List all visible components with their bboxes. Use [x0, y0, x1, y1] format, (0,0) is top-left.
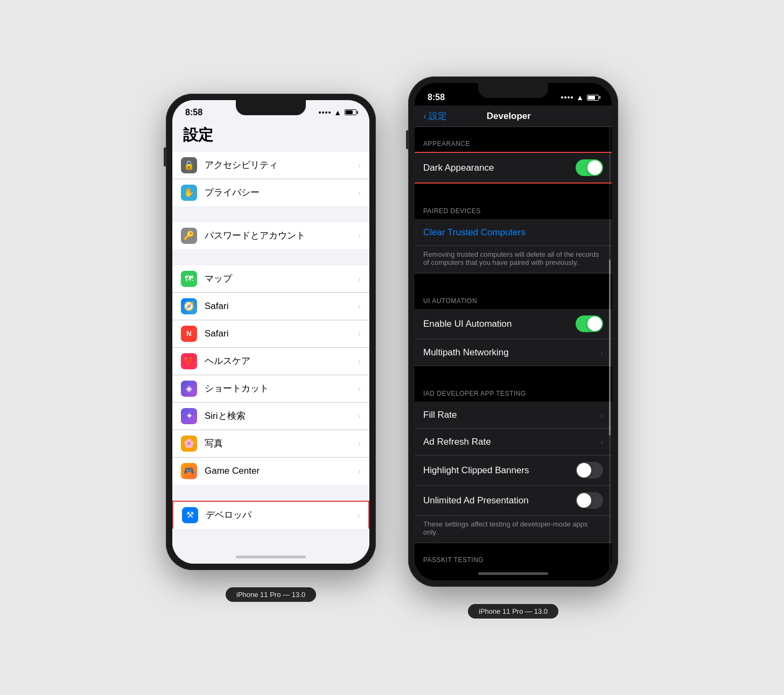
scrollbar-thumb — [609, 259, 611, 436]
chevron-icon: › — [358, 412, 361, 420]
enable-automation-row[interactable]: Enable UI Automation — [415, 309, 612, 339]
settings-row-gamecenter[interactable]: 🎮 Game Center › — [172, 458, 369, 485]
enable-automation-toggle[interactable] — [576, 315, 603, 332]
highlight-clipped-label: Highlight Clipped Banners — [423, 465, 576, 476]
chevron-icon: › — [358, 302, 361, 311]
highlight-clipped-row[interactable]: Highlight Clipped Banners — [415, 455, 612, 486]
settings-row-developer[interactable]: ⚒ デベロッパ › — [172, 501, 369, 529]
settings-title: 設定 — [172, 121, 369, 152]
settings-list: 🔒 アクセシビリティ › ✋ プライバシー › 🔑 パスワードとアカウント — [172, 152, 369, 564]
settings-row-accessibility[interactable]: 🔒 アクセシビリティ › — [172, 152, 369, 179]
notch-right — [478, 83, 548, 98]
chevron-icon: › — [358, 188, 361, 197]
iad-desc: These settings affect testing of develop… — [415, 516, 612, 543]
device-label-left: iPhone 11 Pro — 13.0 — [226, 587, 316, 602]
settings-row-passwords[interactable]: 🔑 パスワードとアカウント › — [172, 222, 369, 249]
shortcuts-icon: ◈ — [181, 381, 197, 397]
settings-row-news[interactable]: N Safari › — [172, 320, 369, 348]
health-icon: ❤️ — [181, 353, 197, 369]
maps-icon: 🗺 — [181, 271, 197, 287]
status-icons-right: ▲ — [561, 93, 599, 102]
privacy-icon: ✋ — [181, 185, 197, 201]
chevron-icon: › — [358, 357, 361, 366]
time-left: 8:58 — [185, 108, 202, 117]
chevron-icon: › — [358, 161, 361, 170]
chevron-icon: › — [358, 467, 361, 475]
clear-trusted-label: Clear Trusted Computers — [423, 227, 526, 238]
chevron-icon: › — [358, 275, 361, 283]
chevron-icon: › — [358, 231, 361, 240]
dark-appearance-toggle[interactable] — [576, 159, 603, 176]
fill-rate-label: Fill Rate — [423, 410, 600, 420]
dark-appearance-label: Dark Appearance — [423, 163, 576, 173]
safari-icon: 🧭 — [181, 298, 197, 314]
battery-right — [587, 95, 599, 101]
news-label: Safari — [205, 328, 358, 339]
ad-refresh-label: Ad Refresh Rate — [423, 437, 600, 447]
nav-title: Developer — [447, 111, 571, 122]
news-icon: N — [181, 326, 197, 342]
enable-automation-label: Enable UI Automation — [423, 319, 576, 329]
section-apps: 🗺 マップ › 🧭 Safari › N Safari › — [172, 265, 369, 485]
dark-appearance-row[interactable]: Dark Appearance — [415, 152, 612, 184]
ad-refresh-row[interactable]: Ad Refresh Rate › — [415, 429, 612, 455]
back-chevron-icon: ‹ — [423, 111, 426, 122]
left-phone: 8:58 ▲ 設定 — [166, 94, 376, 570]
developer-icon: ⚒ — [182, 507, 198, 523]
device-label-right: iPhone 11 Pro — 13.0 — [468, 604, 558, 619]
fill-rate-chevron: › — [600, 411, 603, 419]
scrollbar-track — [609, 127, 611, 568]
section-header-automation: UI AUTOMATION — [415, 289, 612, 309]
wifi-icon-right: ▲ — [576, 93, 584, 102]
developer-content: APPEARANCE Dark Appearance PAIRED DEVICE… — [415, 127, 612, 568]
settings-row-privacy[interactable]: ✋ プライバシー › — [172, 179, 369, 206]
settings-row-shortcuts[interactable]: ◈ ショートカット › — [172, 375, 369, 403]
unlimited-ad-label: Unlimited Ad Presentation — [423, 495, 576, 506]
settings-row-photos[interactable]: 🌸 写真 › — [172, 430, 369, 458]
unlimited-ad-row[interactable]: Unlimited Ad Presentation — [415, 486, 612, 516]
clear-trusted-desc: Removing trusted computers will delete a… — [415, 246, 612, 273]
signal-right — [561, 96, 573, 99]
accessibility-icon: 🔒 — [181, 157, 197, 173]
section-header-paired: PAIRED DEVICES — [415, 199, 612, 219]
settings-row-safari[interactable]: 🧭 Safari › — [172, 293, 369, 320]
status-icons-left: ▲ — [319, 108, 356, 117]
home-indicator-right — [478, 572, 548, 575]
fill-rate-row[interactable]: Fill Rate › — [415, 402, 612, 429]
nav-bar: ‹ 設定 Developer — [415, 106, 612, 127]
siri-icon: ✦ — [181, 408, 197, 424]
ad-refresh-chevron: › — [600, 438, 603, 446]
photos-icon: 🌸 — [181, 436, 197, 452]
wifi-icon-left: ▲ — [334, 108, 341, 117]
settings-row-maps[interactable]: 🗺 マップ › — [172, 265, 369, 293]
time-right: 8:58 — [428, 93, 445, 102]
multipath-row[interactable]: Multipath Networking › — [415, 339, 612, 366]
chevron-icon: › — [358, 384, 361, 393]
section-developer: ⚒ デベロッパ › — [172, 501, 369, 529]
section-passwords: 🔑 パスワードとアカウント › — [172, 222, 369, 249]
section-top: 🔒 アクセシビリティ › ✋ プライバシー › — [172, 152, 369, 206]
home-indicator-left — [236, 556, 306, 558]
highlight-clipped-toggle[interactable] — [576, 462, 603, 479]
section-header-iad: IAD DEVELOPER APP TESTING — [415, 381, 612, 402]
multipath-label: Multipath Networking — [423, 347, 600, 358]
chevron-icon: › — [358, 439, 361, 448]
multipath-chevron: › — [600, 348, 603, 357]
passwords-icon: 🔑 — [181, 228, 197, 244]
signal-left — [319, 111, 331, 114]
settings-row-health[interactable]: ❤️ ヘルスケア › — [172, 348, 369, 375]
section-header-passkit: PASSKIT TESTING — [415, 547, 612, 568]
battery-left — [345, 109, 356, 115]
gamecenter-icon: 🎮 — [181, 463, 197, 479]
chevron-icon: › — [358, 329, 361, 338]
clear-trusted-row[interactable]: Clear Trusted Computers — [415, 219, 612, 246]
settings-row-siri[interactable]: ✦ Siriと検索 › — [172, 403, 369, 430]
chevron-icon: › — [357, 511, 360, 520]
notch — [236, 100, 306, 115]
unlimited-ad-toggle[interactable] — [576, 492, 603, 509]
section-header-appearance: APPEARANCE — [415, 131, 612, 152]
nav-back-button[interactable]: ‹ 設定 — [423, 110, 447, 122]
right-phone: 8:58 ▲ ‹ 設定 — [408, 76, 618, 587]
